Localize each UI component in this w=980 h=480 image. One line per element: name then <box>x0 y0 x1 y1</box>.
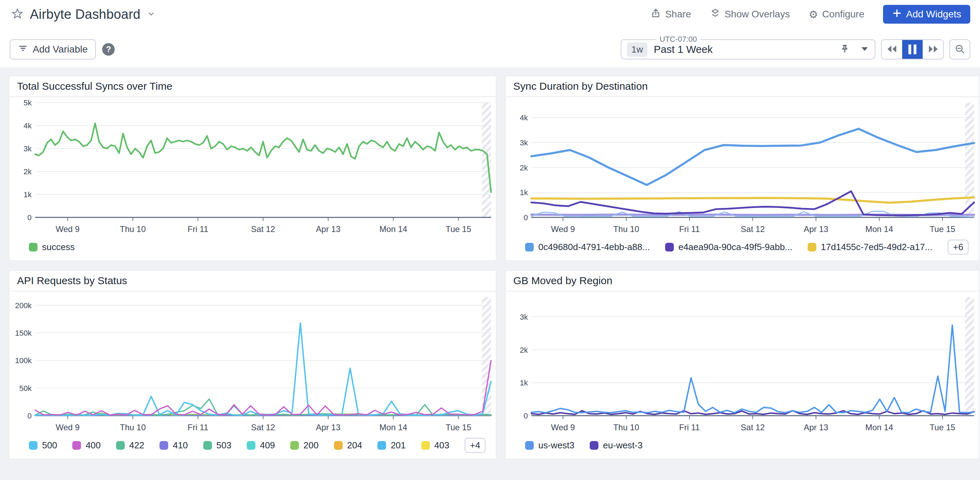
plus-icon <box>892 8 902 21</box>
legend-swatch <box>808 243 816 252</box>
x-axis-label: Tue 15 <box>930 423 955 432</box>
x-axis-label: Tue 15 <box>445 423 471 432</box>
legend-item[interactable]: 204 <box>334 440 362 451</box>
legend-item[interactable]: 403 <box>421 440 449 451</box>
time-range-picker[interactable]: UTC-07:00 1w Past 1 Week <box>620 39 875 59</box>
widget-api-requests-by-status: API Requests by Status 050k100k150k200kW… <box>9 270 496 459</box>
legend-label: 422 <box>129 440 144 451</box>
legend-item[interactable]: success <box>29 242 75 252</box>
configure-label: Configure <box>822 9 864 20</box>
legend-swatch <box>29 441 38 450</box>
legend-item[interactable]: e4aea90a-90ca-49f5-9abb... <box>665 242 792 252</box>
api-requests-chart[interactable]: 050k100k150k200kWed 9Thu 10Fri 11Sat 12A… <box>10 292 496 435</box>
widget-header[interactable]: API Requests by Status <box>10 271 496 292</box>
dashboard-menu-button[interactable] <box>145 8 157 21</box>
x-axis-label: Tue 15 <box>930 224 955 234</box>
legend-swatch <box>72 441 81 450</box>
legend-item[interactable]: 410 <box>159 440 188 451</box>
x-axis-label: Sat 12 <box>741 224 765 234</box>
legend-swatch <box>525 243 534 252</box>
widget-title: GB Moved by Region <box>513 275 612 287</box>
sync-duration-chart[interactable]: 01k2k3k4kWed 9Thu 10Fri 11Sat 12Apr 13Mo… <box>506 97 979 237</box>
widget-header[interactable]: Sync Duration by Destination <box>506 76 979 97</box>
pin-time-button[interactable] <box>838 43 851 56</box>
y-axis-label: 50k <box>19 384 32 393</box>
x-axis-label: Thu 10 <box>120 423 146 432</box>
x-axis-label: Mon 14 <box>865 423 893 432</box>
favorite-star-button[interactable] <box>10 6 25 22</box>
zoom-out-icon <box>954 43 966 56</box>
legend-swatch <box>116 441 125 450</box>
legend-item[interactable]: 201 <box>377 440 406 451</box>
legend-swatch <box>203 441 212 450</box>
x-axis-label: Mon 14 <box>865 224 893 234</box>
share-icon <box>651 8 661 21</box>
widget-header[interactable]: Total Successful Syncs over Time <box>10 76 496 97</box>
help-button[interactable]: ? <box>102 43 115 56</box>
x-axis-label: Mon 14 <box>380 224 407 234</box>
gb-moved-chart[interactable]: 01k2k3kWed 9Thu 10Fri 11Sat 12Apr 13Mon … <box>506 292 979 435</box>
zoom-out-button[interactable] <box>950 39 970 59</box>
y-axis-label: 1k <box>24 190 32 199</box>
y-axis-label: 3k <box>24 144 32 153</box>
time-range-dropdown-button[interactable] <box>860 46 869 54</box>
configure-button[interactable]: ⚙ Configure <box>809 8 864 21</box>
legend-item[interactable]: 400 <box>72 440 100 451</box>
legend-item[interactable]: 409 <box>247 440 275 451</box>
pause-icon <box>908 45 916 54</box>
series-line-422 <box>35 399 491 415</box>
show-overlays-button[interactable]: Show Overlays <box>710 8 790 21</box>
total-successful-syncs-chart[interactable]: 01k2k3k4k5kWed 9Thu 10Fri 11Sat 12Apr 13… <box>10 97 496 237</box>
legend-label: 17d1455c-7ed5-49d2-a17... <box>821 242 932 252</box>
legend-item[interactable]: us-west3 <box>525 440 574 451</box>
legend-item[interactable]: eu-west-3 <box>590 440 643 451</box>
legend-swatch <box>334 441 343 450</box>
y-axis-label: 4k <box>24 121 32 130</box>
legend-item[interactable]: 503 <box>203 440 231 451</box>
legend-item[interactable]: 500 <box>29 440 57 451</box>
y-axis-label: 1k <box>520 378 528 387</box>
x-axis-label: Apr 13 <box>316 423 340 432</box>
gear-icon: ⚙ <box>809 8 818 21</box>
widget-title: Total Successful Syncs over Time <box>17 80 172 92</box>
caret-down-icon <box>862 47 868 52</box>
series-line-e4aea90a-90ca-49f5-9abb... <box>531 191 974 216</box>
legend-label: 400 <box>86 440 100 451</box>
star-icon <box>11 8 24 21</box>
legend-item[interactable]: 422 <box>116 440 144 451</box>
fast-forward-button[interactable] <box>923 40 943 59</box>
widget-header[interactable]: GB Moved by Region <box>506 271 979 292</box>
legend-label: 409 <box>260 440 275 451</box>
legend-item[interactable]: 0c49680d-4791-4ebb-a88... <box>525 242 650 252</box>
add-variable-button[interactable]: Add Variable <box>10 39 96 59</box>
series-line-500 <box>35 323 491 416</box>
x-axis-label: Fri 11 <box>679 224 700 234</box>
incomplete-data-hatch <box>965 103 974 217</box>
page-title: Airbyte Dashboard <box>30 7 140 22</box>
legend-item[interactable]: 17d1455c-7ed5-49d2-a17... <box>808 242 932 252</box>
chart-legend: success <box>10 237 496 260</box>
pause-button[interactable] <box>902 40 923 59</box>
y-axis-label: 0 <box>27 213 32 222</box>
legend-label: us-west3 <box>538 440 574 451</box>
share-button[interactable]: Share <box>651 8 691 21</box>
legend-overflow-button[interactable]: +6 <box>948 240 969 255</box>
add-widgets-button[interactable]: Add Widgets <box>883 5 970 24</box>
overlays-icon <box>710 8 721 21</box>
widget-gb-moved-by-region: GB Moved by Region 01k2k3kWed 9Thu 10Fri… <box>505 270 979 459</box>
y-axis-label: 150k <box>15 329 32 337</box>
widget-sync-duration-by-destination: Sync Duration by Destination 01k2k3k4kWe… <box>505 76 979 261</box>
add-widgets-label: Add Widgets <box>906 9 961 20</box>
rewind-icon <box>887 45 897 54</box>
widget-title: Sync Duration by Destination <box>513 80 648 92</box>
legend-overflow-button[interactable]: +4 <box>465 438 485 453</box>
legend-swatch <box>290 441 299 450</box>
y-axis-label: 0 <box>27 411 32 420</box>
rewind-button[interactable] <box>881 40 902 59</box>
x-axis-label: Wed 9 <box>56 224 80 234</box>
legend-item[interactable]: 200 <box>290 440 318 451</box>
x-axis-label: Apr 13 <box>804 423 829 432</box>
y-axis-label: 0 <box>524 411 528 420</box>
x-axis-label: Sat 12 <box>251 423 275 432</box>
x-axis-label: Sat 12 <box>251 224 275 234</box>
